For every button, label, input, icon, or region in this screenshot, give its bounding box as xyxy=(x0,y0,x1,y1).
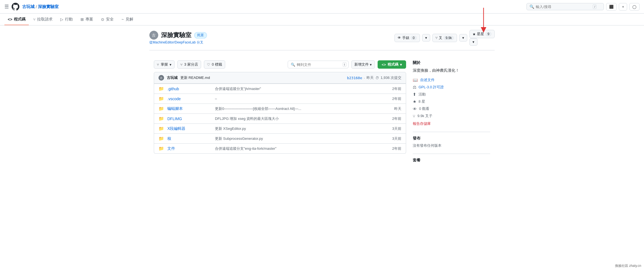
commit-time: 昨天 xyxy=(367,75,374,80)
search-bar[interactable]: 🔍 / xyxy=(526,3,604,10)
folder-icon: 📁 xyxy=(159,116,164,121)
file-time: 2年前 xyxy=(385,116,401,121)
star-label: 星星 xyxy=(477,32,484,37)
activity-label: 活動 xyxy=(419,92,426,97)
file-message: 更新 SubprocessGenerator.py xyxy=(215,136,381,141)
tab-insights[interactable]: ~ 見解 xyxy=(118,14,136,25)
repo-name-title: 深臉實驗室 xyxy=(161,31,191,39)
star-btn-wrap: ★ 星星 9 ▾ xyxy=(469,30,495,46)
search-shortcut: / xyxy=(593,4,596,9)
code-bracket-icon: <> xyxy=(382,63,386,67)
circle-button[interactable]: ◯ xyxy=(629,3,640,11)
commit-message: 更新 README.md xyxy=(180,75,210,80)
watch-dropdown[interactable]: ▾ xyxy=(422,34,430,42)
report-repository[interactable]: 報告存儲庫 xyxy=(413,121,490,126)
projects-icon: ⊞ xyxy=(80,17,84,22)
add-file-chevron-icon: ▾ xyxy=(370,63,372,67)
scale-icon: ⚖ xyxy=(413,85,416,90)
file-time: 昨天 xyxy=(385,106,401,111)
breadcrumb-owner[interactable]: 古玩城 xyxy=(22,4,35,9)
file-name-link[interactable]: X段編輯器 xyxy=(167,126,212,131)
actions-icon: ▷ xyxy=(60,17,63,22)
watchers-label: 0 觀看 xyxy=(419,106,429,111)
plus-button[interactable]: + xyxy=(619,3,627,11)
hamburger-icon[interactable]: ☰ xyxy=(4,4,9,10)
pr-icon: ⑂ xyxy=(33,17,35,22)
avatar: 古 xyxy=(149,31,158,40)
file-search-input[interactable] xyxy=(297,63,341,67)
repo-header-wrapper: 古 深臉實驗室 民眾 從MachineEditor/DeepFaceLab 分叉… xyxy=(149,25,495,50)
folder-icon: 📁 xyxy=(159,96,164,101)
watch-count: 0 xyxy=(411,36,417,40)
branches-button[interactable]: ⑂ 3 家分店 xyxy=(177,60,201,69)
file-message: 合併遠端追蹤分支"jh/master" xyxy=(215,86,381,91)
add-file-button[interactable]: 新增文件 ▾ xyxy=(351,60,375,69)
repo-header: 古 深臉實驗室 民眾 從MachineEditor/DeepFaceLab 分叉… xyxy=(149,30,495,50)
content-left: ⑂ 掌握 ▾ ⑂ 3 家分店 ♡ 0 標籤 🔍 t xyxy=(154,60,406,168)
star-dropdown[interactable]: ▾ xyxy=(469,38,477,46)
tab-actions[interactable]: ▷ 行動 xyxy=(57,14,76,25)
file-message: DFLJPG 增加 xseg 資料的最大區塊大小 xyxy=(215,116,381,121)
fork-button[interactable]: ⑂ 叉 9.9k xyxy=(432,34,457,42)
sidebar-item-readme[interactable]: 📖 自述文件 xyxy=(413,76,490,84)
file-table: 📁 .github 合併遠端追蹤分支"jh/master" 2年前 📁 .vsc… xyxy=(154,84,406,154)
table-row: 📁 .github 合併遠端追蹤分支"jh/master" 2年前 xyxy=(154,84,406,94)
main-content: ⑂ 掌握 ▾ ⑂ 3 家分店 ♡ 0 標籤 🔍 t xyxy=(149,55,495,174)
repo-visibility-badge: 民眾 xyxy=(194,32,207,38)
table-row: 📁 X段編輯器 更新 XSegEditor.py 3天前 xyxy=(154,123,406,133)
tab-projects[interactable]: ⊞ 專案 xyxy=(77,14,97,25)
readme-link[interactable]: 自述文件 xyxy=(420,78,435,82)
branch-selector[interactable]: ⑂ 掌握 ▾ xyxy=(154,60,175,69)
folder-icon: 📁 xyxy=(159,86,164,91)
stars-label: 8 星 xyxy=(419,99,425,104)
search-input[interactable] xyxy=(536,5,591,9)
watch-button[interactable]: 👁 手錶 0 xyxy=(394,34,420,42)
file-search-icon: 🔍 xyxy=(291,63,295,67)
file-name-link[interactable]: DFLIMG xyxy=(167,117,212,121)
commit-dot: · xyxy=(364,76,365,80)
nav-right: 🔍 / ⬛ + ◯ xyxy=(526,3,640,11)
sidebar-item-activity[interactable]: ⬆ 活動 xyxy=(413,91,490,98)
file-name-link[interactable]: 核 xyxy=(167,136,212,141)
eye-sidebar-icon: 👁 xyxy=(413,107,417,111)
star-icon: ★ xyxy=(472,32,476,36)
code-chevron-icon: ▾ xyxy=(400,63,402,67)
breadcrumb-repo[interactable]: 深臉實驗室 xyxy=(38,4,59,9)
fork-count: 9.9k xyxy=(443,36,454,40)
file-message: 更新 XSegEditor.py xyxy=(215,126,381,131)
packages-title: 套餐 xyxy=(413,158,490,163)
sidebar-divider xyxy=(413,132,490,132)
tags-button[interactable]: ♡ 0 標籤 xyxy=(204,60,225,69)
folder-icon: 📁 xyxy=(159,126,164,131)
file-name-link[interactable]: 蝙蝠腳本 xyxy=(167,106,212,111)
commit-user[interactable]: 古玩城 xyxy=(167,75,178,80)
commit-hash[interactable]: b23160e xyxy=(347,76,362,80)
eye-icon: 👁 xyxy=(398,36,401,40)
file-message: 更新0————————[收縮全部——Aontract All]—... xyxy=(215,106,381,111)
code-button[interactable]: <> 程式碼 ▾ xyxy=(378,60,406,69)
activity-icon: ⬆ xyxy=(413,92,416,97)
sidebar-item-license[interactable]: ⚖ GPL-3.0 許可證 xyxy=(413,84,490,91)
fork-source-link[interactable]: 從MachineEditor/DeepFaceLab 分叉 xyxy=(149,40,203,44)
folder-icon: 📁 xyxy=(159,146,164,151)
tab-code[interactable]: <> 程式碼 xyxy=(4,14,29,25)
file-search[interactable]: 🔍 t xyxy=(288,61,349,68)
tag-icon: ♡ xyxy=(207,63,210,67)
insights-icon: ~ xyxy=(121,17,124,22)
commit-count: 1,936 次提交 xyxy=(381,75,401,80)
file-name-link[interactable]: .vscode xyxy=(167,97,212,101)
file-name-link[interactable]: .github xyxy=(167,87,212,91)
star-button[interactable]: ★ 星星 9 xyxy=(469,30,495,38)
license-link[interactable]: GPL-3.0 許可證 xyxy=(419,85,444,90)
star-sidebar-icon: ★ xyxy=(413,99,416,104)
fork-dropdown[interactable]: ▾ xyxy=(459,34,467,42)
file-name-link[interactable]: 文件 xyxy=(167,146,212,151)
branches-icon: ⑂ xyxy=(180,63,183,67)
code-icon: <> xyxy=(8,17,12,22)
terminal-button[interactable]: ⬛ xyxy=(606,3,617,11)
tab-security[interactable]: ⊙ 安全 xyxy=(98,14,117,25)
releases-section: 發布 沒有發布任何版本 xyxy=(413,136,490,148)
tab-pull-requests[interactable]: ⑂ 拉取請求 xyxy=(30,14,56,25)
table-row: 📁 文件 合併遠端追蹤分支"eng-ita-fork/master" 2年前 xyxy=(154,143,406,153)
commit-bar-right: b23160e · 昨天 ⏱ 1,936 次提交 xyxy=(347,75,401,80)
